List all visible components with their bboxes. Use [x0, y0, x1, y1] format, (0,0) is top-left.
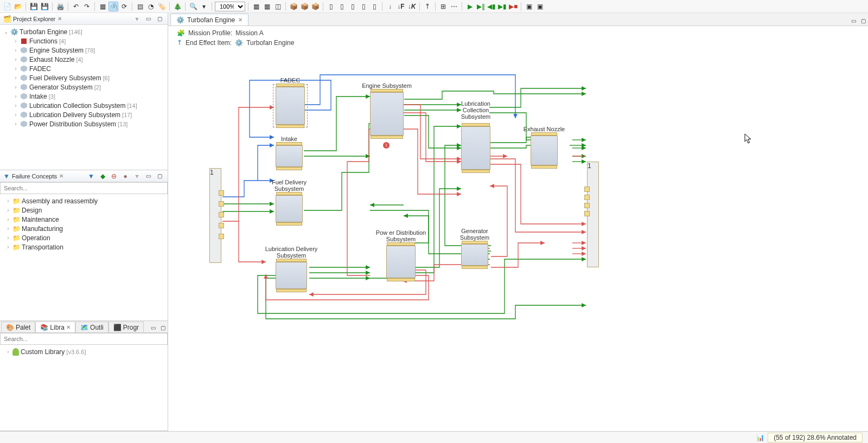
window2-icon[interactable]: ▣: [535, 2, 545, 11]
hierarchy-icon[interactable]: ▦: [98, 2, 107, 11]
stop-icon[interactable]: ▶■: [508, 2, 518, 11]
block-exhaust[interactable]: Exhaust Nozzle: [531, 136, 558, 165]
dot-icon[interactable]: ●: [120, 171, 130, 181]
grid-toggle-icon[interactable]: ▦: [251, 2, 261, 11]
step-back-icon[interactable]: ◀▮: [487, 2, 496, 11]
play-icon[interactable]: ▶: [465, 2, 475, 11]
box2-icon[interactable]: 📦: [299, 2, 309, 11]
align2-icon[interactable]: ▯: [337, 2, 347, 11]
save-icon[interactable]: 💾: [29, 2, 39, 11]
tree-item[interactable]: ›📁Operation: [1, 233, 167, 242]
sort2-icon[interactable]: ↓K: [407, 2, 417, 11]
minimize-icon[interactable]: ▭: [148, 323, 158, 332]
tree-item[interactable]: ›Engine Subsystem [78]: [1, 46, 167, 55]
block-engine[interactable]: Engine Subsystem !: [370, 92, 404, 136]
minimize-icon[interactable]: ▭: [848, 16, 858, 25]
save-all-icon[interactable]: 💾: [40, 2, 49, 11]
bottom-tab[interactable]: 🗺️Outli: [75, 322, 108, 332]
zoom-select[interactable]: 100%: [215, 2, 245, 11]
filter-toggle-icon[interactable]: ▼: [86, 171, 96, 181]
failure-search-input[interactable]: [0, 182, 168, 194]
tree-item[interactable]: ›Fuel Delivery Subsystem [6]: [1, 73, 167, 82]
add-icon[interactable]: ◆: [98, 171, 107, 181]
editor-tab[interactable]: ⚙️ Turbofan Engine ✕: [170, 14, 248, 25]
list-icon[interactable]: ▤: [135, 2, 145, 11]
align5-icon[interactable]: ▯: [369, 2, 379, 11]
dots-icon[interactable]: ⋯: [449, 2, 459, 11]
block-lub-collection[interactable]: Lubrication Collection Subsystem: [461, 126, 490, 170]
align4-icon[interactable]: ▯: [359, 2, 368, 11]
close-icon[interactable]: ✕: [59, 173, 63, 179]
maximize-icon[interactable]: ▢: [155, 171, 164, 181]
view-menu-icon[interactable]: ▿: [132, 14, 142, 24]
align3-icon[interactable]: ▯: [348, 2, 358, 11]
output-port-bar[interactable]: 1: [587, 162, 599, 267]
tree-item[interactable]: ›Functions [4]: [1, 36, 167, 46]
close-icon[interactable]: ✕: [66, 324, 71, 330]
failure-tree[interactable]: ›📁Assembly and reassembly›📁Design›📁Maint…: [0, 194, 168, 320]
align1-icon[interactable]: ▯: [326, 2, 336, 11]
link-icon[interactable]: 🖇️: [108, 2, 118, 11]
close-icon[interactable]: ✕: [58, 16, 62, 22]
play-pause-icon[interactable]: ▶‖: [476, 2, 486, 11]
maximize-icon[interactable]: ▢: [858, 16, 868, 25]
bottom-tab[interactable]: 🎨Palet: [1, 322, 35, 332]
tree-item[interactable]: ›Intake [3]: [1, 92, 167, 101]
minimize-icon[interactable]: ▭: [143, 171, 153, 181]
block-power[interactable]: Pow er Distribution Subsystem: [386, 246, 416, 278]
tree-item[interactable]: ›Lubrication Delivery Subsystem [17]: [1, 110, 167, 119]
print-icon[interactable]: 🖨️: [55, 2, 65, 11]
block-lub-delivery[interactable]: Lubrication Delivery Subsystem: [276, 262, 307, 289]
library-tree[interactable]: › Custom Library [v3.6.6]: [0, 345, 168, 431]
refresh-icon[interactable]: ⟳: [119, 2, 129, 11]
close-icon[interactable]: ✕: [238, 17, 242, 23]
diagram-icon[interactable]: ⊞: [438, 2, 448, 11]
snap-icon[interactable]: ◫: [273, 2, 283, 11]
step-fwd-icon[interactable]: ▶▮: [497, 2, 507, 11]
bottom-tab[interactable]: ⬛Progr: [108, 322, 144, 332]
tree-item[interactable]: ›📁Transportation: [1, 242, 167, 252]
box3-icon[interactable]: 📦: [310, 2, 320, 11]
tree-icon[interactable]: 🎄: [173, 2, 182, 11]
dropdown-icon[interactable]: ▾: [199, 2, 209, 11]
block-fadec[interactable]: FADEC: [276, 87, 305, 125]
remove-icon[interactable]: ⊖: [109, 171, 119, 181]
box1-icon[interactable]: 📦: [289, 2, 298, 11]
input-port-bar[interactable]: 1: [209, 168, 221, 263]
editor-canvas[interactable]: 🧩 Mission Profile: Mission A ⤒ End Effec…: [168, 26, 868, 431]
block-fuel[interactable]: Fuel Delivery Subsystem: [276, 195, 303, 222]
project-tree[interactable]: ⌄ ⚙️ Turbofan Engine [146] ›Functions [4…: [0, 25, 168, 170]
undo-icon[interactable]: ↶: [71, 2, 81, 11]
view-menu-icon[interactable]: ▿: [132, 171, 142, 181]
tree-item[interactable]: ›Exhaust Nozzle [4]: [1, 55, 167, 64]
maximize-icon[interactable]: ▢: [155, 14, 164, 24]
tree-item[interactable]: ›Lubrication Collection Subsystem [14]: [1, 101, 167, 110]
open-icon[interactable]: 📂: [13, 2, 23, 11]
minimize-icon[interactable]: ▭: [143, 14, 153, 24]
zoom-tool-icon[interactable]: 🔍: [188, 2, 198, 11]
tree-root[interactable]: ⌄ ⚙️ Turbofan Engine [146]: [1, 27, 167, 36]
block-generator[interactable]: Generator Subsystem: [461, 244, 488, 266]
block-intake[interactable]: Intake: [276, 145, 303, 167]
cube-icon: [20, 84, 28, 91]
arrow-down-icon[interactable]: ↓: [385, 2, 395, 11]
up-icon[interactable]: ⤒: [423, 2, 432, 11]
window1-icon[interactable]: ▣: [524, 2, 534, 11]
grid-icon[interactable]: ▦: [262, 2, 272, 11]
redo-icon[interactable]: ↷: [82, 2, 92, 11]
tree-item[interactable]: ›📁Manufacturing: [1, 224, 167, 233]
tree-item[interactable]: ›Generator Subsystem [2]: [1, 82, 167, 92]
pie-icon[interactable]: ◔: [146, 2, 156, 11]
tree-item[interactable]: ›📁Maintenance: [1, 215, 167, 224]
new-icon[interactable]: 📄: [2, 2, 12, 11]
library-search-input[interactable]: [0, 333, 168, 345]
tree-item[interactable]: ›📁Assembly and reassembly: [1, 196, 167, 206]
sort1-icon[interactable]: ↓F: [396, 2, 406, 11]
tree-item[interactable]: ›📁Design: [1, 206, 167, 215]
maximize-icon[interactable]: ▢: [158, 323, 168, 332]
bottom-tab[interactable]: 📚Libra✕: [35, 322, 75, 332]
tree-item[interactable]: ›FADEC: [1, 64, 167, 73]
tree-item[interactable]: › Custom Library [v3.6.6]: [1, 347, 167, 356]
tree-item[interactable]: ›Power Distribution Subsystem [13]: [1, 119, 167, 129]
tag-icon[interactable]: 🏷️: [157, 2, 167, 11]
